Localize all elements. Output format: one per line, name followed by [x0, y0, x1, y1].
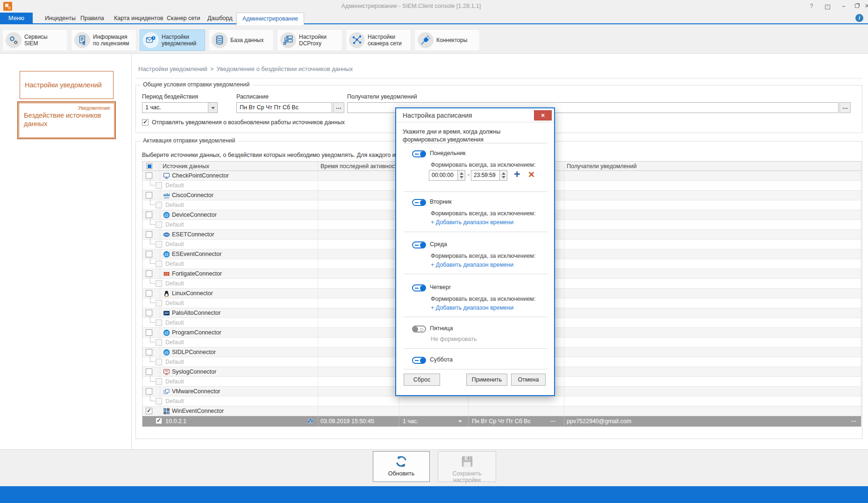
filter-icon[interactable]: [307, 418, 314, 425]
sidebar-item-datasource-inactivity[interactable]: Уведомление Бездействие источников данны…: [19, 103, 114, 138]
dialog-close-button[interactable]: ✕: [534, 110, 552, 120]
group-legend: Общие условия отправки уведомлений: [141, 81, 252, 88]
help-button[interactable]: ?: [805, 2, 818, 10]
row-checkbox[interactable]: [156, 182, 162, 189]
toggle-thursday[interactable]: [412, 284, 426, 291]
toggle-saturday[interactable]: [412, 357, 426, 364]
row-checkbox[interactable]: [146, 388, 152, 395]
win-grid-icon: [163, 408, 170, 415]
row-checkbox[interactable]: [156, 378, 162, 385]
sidebar-item-badge: Уведомление: [24, 105, 110, 111]
column-header-source[interactable]: Источник данных: [163, 163, 209, 170]
save-settings-button[interactable]: Сохранить настройки: [438, 451, 496, 482]
row-checkbox[interactable]: [146, 329, 152, 336]
time-to-input[interactable]: 23:59:59: [471, 170, 500, 181]
add-range-icon[interactable]: +: [514, 168, 520, 181]
row-checkbox[interactable]: [146, 212, 152, 218]
tab-incident-map[interactable]: Карта инцидентов: [108, 13, 169, 24]
tree-elbow: [150, 199, 155, 205]
row-schedule-ellipsis[interactable]: …: [550, 417, 556, 423]
column-header-last-activity[interactable]: Время последней активности: [320, 163, 400, 170]
row-checkbox[interactable]: [156, 241, 162, 248]
time-to-spinner[interactable]: [500, 170, 507, 181]
row-checkbox[interactable]: [146, 310, 152, 316]
time-from-spinner[interactable]: [458, 170, 465, 181]
toolbar-scanner-settings-button[interactable]: Настройкисканера сети: [346, 29, 411, 51]
row-checkbox[interactable]: [156, 300, 162, 306]
close-button[interactable]: ✕: [861, 2, 868, 10]
toolbar-notification-settings-button[interactable]: Настройкиуведомлений: [140, 29, 205, 51]
row-checkbox[interactable]: [146, 192, 152, 198]
row-checkbox[interactable]: [146, 172, 152, 179]
toolbar-connectors-button[interactable]: Коннекторы: [414, 29, 480, 51]
siem-client-window: Администрирование - SIEM.Client console …: [0, 0, 868, 503]
schedule-input[interactable]: Пн Вт Ср Чт Пт Сб Вс: [236, 102, 332, 113]
row-recipients-value[interactable]: ppv7522940@gmail.com: [567, 418, 631, 425]
cancel-button[interactable]: Отмена: [511, 374, 546, 386]
sidebar-item-notification-settings[interactable]: Настройки уведомлений: [20, 71, 114, 99]
row-checkbox[interactable]: [156, 418, 162, 424]
add-time-range-link-wednesday[interactable]: + Добавить диапазон времени: [431, 262, 513, 268]
reset-button[interactable]: Сброс: [404, 374, 440, 386]
apply-button[interactable]: Применить: [466, 374, 507, 386]
row-checkbox[interactable]: [156, 319, 162, 326]
default-child-row[interactable]: Default: [142, 397, 861, 406]
tab-dashboard[interactable]: Дашборд: [202, 13, 238, 24]
toggle-wednesday[interactable]: [412, 241, 426, 248]
breadcrumb: Настройки уведомлений>Уведомление о безд…: [138, 65, 353, 72]
row-recipients-ellipsis[interactable]: …: [851, 417, 857, 423]
source-name: ProgramConnector: [172, 329, 221, 336]
add-time-range-link-tuesday[interactable]: + Добавить диапазон времени: [431, 219, 513, 226]
toolbar-database-button[interactable]: База данных: [208, 29, 274, 51]
toggle-friday[interactable]: [412, 326, 426, 333]
row-checkbox[interactable]: [156, 359, 162, 365]
row-checkbox[interactable]: [146, 408, 152, 414]
inactivity-period-select[interactable]: 1 час.: [142, 102, 218, 113]
minimize-button[interactable]: –: [838, 2, 850, 10]
row-checkbox[interactable]: [156, 339, 162, 346]
license-icon: [74, 32, 90, 48]
row-checkbox[interactable]: [146, 251, 152, 257]
column-header-recipients[interactable]: Получатели уведомлений: [567, 163, 637, 170]
source-row[interactable]: WinEventConnector: [142, 406, 861, 416]
breadcrumb-part-1[interactable]: Настройки уведомлений: [138, 65, 207, 72]
resume-notification-checkbox[interactable]: [142, 119, 149, 126]
row-checkbox[interactable]: [146, 231, 152, 238]
toolbar-siem-services-button[interactable]: СервисыSIEM: [2, 29, 68, 51]
row-checkbox[interactable]: [156, 221, 162, 228]
select-all-checkbox[interactable]: [146, 163, 152, 169]
pin-window-icon[interactable]: ↑: [821, 2, 833, 10]
toggle-tuesday[interactable]: [412, 199, 426, 206]
chevron-down-icon[interactable]: [458, 420, 462, 425]
tab-menu[interactable]: Меню: [0, 13, 33, 24]
tab-administration[interactable]: Администрирование: [236, 13, 304, 25]
toolbar-license-info-button[interactable]: Информацияпо лицензиям: [71, 29, 136, 51]
time-from-input[interactable]: 00:00:00: [429, 170, 458, 181]
row-checkbox[interactable]: [156, 398, 162, 404]
row-checkbox[interactable]: [146, 349, 152, 355]
tab-rules[interactable]: Правила: [75, 13, 110, 24]
info-icon[interactable]: i: [855, 14, 863, 22]
dialog-title: Настройка расписания: [403, 112, 472, 119]
row-checkbox[interactable]: [156, 280, 162, 287]
row-checkbox[interactable]: [146, 270, 152, 277]
row-checkbox[interactable]: [146, 368, 152, 375]
row-checkbox[interactable]: [156, 202, 162, 208]
selected-source-row[interactable]: 10.0.2.1 03.09.2019 15:50:45 1 час. Пн В…: [142, 416, 861, 426]
recipients-ellipsis-button[interactable]: …: [840, 102, 851, 113]
toolbar-dcproxy-settings-button[interactable]: НастройкиDCProxy: [277, 29, 342, 51]
toolbar-label: Информацияпо лицензиям: [93, 34, 129, 47]
add-time-range-link-thursday[interactable]: + Добавить диапазон времени: [431, 305, 513, 311]
row-checkbox[interactable]: [156, 261, 162, 267]
row-schedule-value[interactable]: Пн Вт Ср Чт Пт Сб Вс: [472, 418, 531, 425]
day-mode-thursday: Формировать всегда, за исключением:: [431, 296, 535, 302]
schedule-ellipsis-button[interactable]: …: [333, 102, 344, 113]
vmware-icon: [163, 388, 170, 395]
remove-range-icon[interactable]: ✕: [528, 170, 535, 180]
toggle-monday[interactable]: [412, 150, 426, 157]
tab-network-scanner[interactable]: Сканер сети: [161, 13, 206, 24]
row-checkbox[interactable]: [146, 290, 152, 297]
chevron-down-icon[interactable]: [208, 103, 217, 113]
row-period-value[interactable]: 1 час.: [403, 418, 419, 425]
refresh-button[interactable]: Обновить: [373, 451, 430, 482]
